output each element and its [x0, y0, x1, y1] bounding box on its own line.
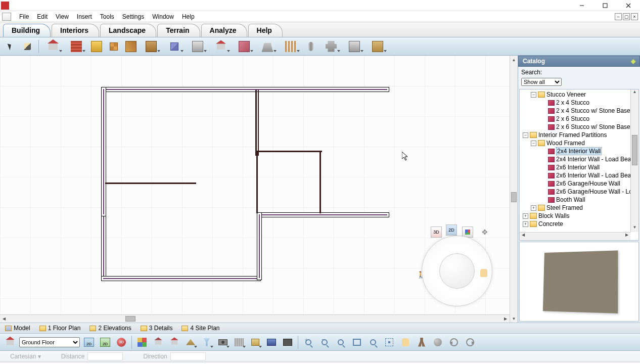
tree-node-steel-framed[interactable]: Steel Framed	[546, 204, 583, 211]
tab-interiors[interactable]: Interiors	[52, 24, 99, 37]
foundation-button[interactable]	[257, 39, 278, 54]
roof-button[interactable]	[211, 39, 231, 54]
mdi-restore-button[interactable]: ▢	[623, 13, 630, 20]
viewtab-siteplan[interactable]: 4 Site Plan	[179, 324, 221, 332]
column-member-button[interactable]	[304, 39, 318, 54]
tree-node-block-walls[interactable]: Block Walls	[538, 212, 570, 219]
menu-insert[interactable]: Insert	[73, 12, 96, 21]
minimize-button[interactable]	[570, 0, 593, 11]
viewtab-details[interactable]: 3 Details	[139, 324, 175, 332]
trim-button[interactable]	[344, 39, 364, 54]
camera-button[interactable]	[216, 335, 230, 349]
mdi-minimize-button[interactable]: –	[615, 13, 622, 20]
tree-item[interactable]: 2 x 6 Stucco w/ Stone Base	[556, 123, 630, 130]
distance-input[interactable]	[87, 352, 123, 360]
openings-button[interactable]	[141, 39, 161, 54]
tree-item[interactable]: Booth Wall	[556, 196, 585, 203]
coord-system-label[interactable]: Cartesian	[10, 353, 36, 360]
tree-item-selected[interactable]: 2x4 Interior Wall	[556, 147, 602, 155]
tree-horizontal-scrollbar[interactable]: ◀▶	[520, 232, 630, 240]
prev-view-button[interactable]	[447, 335, 461, 349]
home-view-button[interactable]	[151, 335, 165, 349]
zoom-out-button[interactable]: −	[317, 335, 332, 349]
canvas-vertical-scrollbar[interactable]: ▲ ▼	[510, 56, 518, 323]
house-wizard-button[interactable]	[43, 39, 63, 54]
nav-2d-button[interactable]: 2D	[446, 224, 457, 236]
pan-button[interactable]	[398, 335, 413, 349]
display-filter-button[interactable]	[200, 335, 214, 349]
view-2d-button[interactable]: 2D	[82, 335, 96, 349]
reset-view-button[interactable]	[135, 335, 149, 349]
navigation-wheel[interactable]: 3D 2D ✥ 🚶	[417, 226, 497, 307]
structural-button[interactable]	[321, 39, 341, 54]
perspective-button[interactable]	[167, 335, 181, 349]
tree-item[interactable]: 2x6 Interior Wall - Load Bea	[556, 172, 631, 179]
tree-node-concrete[interactable]: Concrete	[538, 220, 563, 228]
nav-walk-icon[interactable]: 🚶	[417, 271, 425, 279]
stairs-button[interactable]	[164, 39, 185, 54]
tab-terrain[interactable]: Terrain	[157, 24, 200, 37]
zoom-center-button[interactable]	[382, 335, 396, 349]
walls-button[interactable]	[66, 39, 86, 54]
view-2dd-button[interactable]: 2D	[98, 335, 112, 349]
tab-analyze[interactable]: Analyze	[201, 24, 247, 37]
schedule-button[interactable]	[368, 39, 388, 54]
zoom-in-button[interactable]: +	[301, 335, 315, 349]
catalog-pin-icon[interactable]: ◆	[631, 58, 635, 65]
snapshot-button[interactable]	[281, 335, 295, 349]
orbit-button[interactable]	[431, 335, 445, 349]
tree-item[interactable]: 2x6 Garage/House Wall	[556, 180, 620, 187]
render-button[interactable]	[264, 335, 279, 349]
tree-node-interior-framed[interactable]: Interior Framed Partitions	[538, 131, 607, 139]
tree-item[interactable]: 2x6 Garage/House Wall - Lo	[556, 188, 632, 195]
walk-button[interactable]	[415, 335, 429, 349]
next-view-button[interactable]	[463, 335, 477, 349]
viewtab-elevations[interactable]: 2 Elevations	[87, 324, 133, 332]
menu-settings[interactable]: Settings	[118, 12, 148, 21]
view-3d-button[interactable]: 3D	[114, 335, 128, 349]
select-tool[interactable]	[3, 39, 17, 54]
menu-view[interactable]: View	[52, 12, 73, 21]
tree-item[interactable]: 2 x 4 Stucco	[556, 99, 589, 106]
tree-item[interactable]: 2 x 6 Stucco	[556, 115, 589, 122]
framing-button[interactable]	[281, 39, 301, 54]
ceiling-button[interactable]	[188, 39, 208, 54]
tree-item[interactable]: 2x6 Interior Wall	[556, 164, 600, 171]
doors-button[interactable]	[124, 39, 138, 54]
roof-view-button[interactable]	[184, 335, 198, 349]
maximize-button[interactable]	[593, 0, 617, 11]
tree-item[interactable]: 2x4 Interior Wall - Load Bea	[556, 156, 631, 163]
viewtab-floorplan[interactable]: 1 Floor Plan	[37, 324, 83, 332]
tree-node-stucco-veneer[interactable]: Stucco Veneer	[546, 91, 586, 98]
floor-button[interactable]	[234, 39, 254, 54]
columns-button[interactable]	[89, 39, 104, 54]
layers-button[interactable]	[232, 335, 246, 349]
canvas-horizontal-scrollbar[interactable]: ◀ ▶	[0, 314, 510, 323]
menu-edit[interactable]: Edit	[33, 12, 52, 21]
zoom-window-button[interactable]	[334, 335, 348, 349]
viewtab-model[interactable]: Model	[3, 324, 32, 332]
menu-window[interactable]: Window	[148, 12, 178, 21]
close-button[interactable]	[617, 0, 640, 11]
tab-help[interactable]: Help	[248, 24, 283, 37]
zoom-realtime-button[interactable]	[366, 335, 380, 349]
drawing-canvas[interactable]: 3D 2D ✥ 🚶 ▲ ▼ ◀ ▶	[0, 56, 518, 323]
catalog-tree[interactable]: −Stucco Veneer 2 x 4 Stucco 2 x 4 Stucco…	[519, 89, 639, 241]
location-button[interactable]	[3, 335, 17, 349]
tab-building[interactable]: Building	[3, 24, 51, 37]
zoom-extents-button[interactable]	[350, 335, 364, 349]
mdi-close-button[interactable]: ×	[631, 13, 638, 20]
tree-vertical-scrollbar[interactable]: ▲▼	[630, 89, 638, 232]
box-button[interactable]	[248, 335, 262, 349]
nav-move-icon[interactable]: ✥	[479, 226, 490, 238]
nav-pan-icon[interactable]	[480, 269, 487, 277]
paint-tool[interactable]	[20, 39, 34, 54]
menu-file[interactable]: File	[15, 12, 33, 21]
windows-button[interactable]	[107, 39, 121, 54]
catalog-filter-select[interactable]: Show all	[521, 78, 562, 86]
menu-help[interactable]: Help	[178, 12, 199, 21]
nav-3d-button[interactable]: 3D	[431, 226, 442, 238]
floor-selector[interactable]: Ground Floor	[19, 337, 80, 347]
tree-node-wood-framed[interactable]: Wood Framed	[546, 140, 585, 147]
tree-item[interactable]: 2 x 4 Stucco w/ Stone Base	[556, 107, 630, 114]
